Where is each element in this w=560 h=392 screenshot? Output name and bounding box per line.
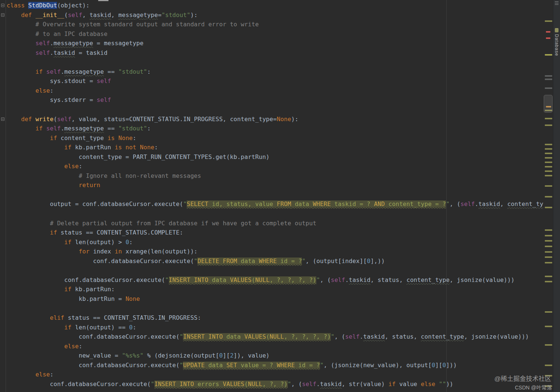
code-line[interactable]: output = conf.databaseCursor.execute("SE…	[7, 199, 553, 209]
code-line[interactable]: sys.stdout = self	[7, 76, 553, 86]
code-line[interactable]: class StdDbOut(object):	[7, 1, 553, 10]
database-tool-label: Database	[554, 34, 559, 56]
stripe-mark[interactable]	[545, 79, 552, 80]
code-line[interactable]: if kb.partRun:	[7, 285, 553, 294]
editor-gutter[interactable]	[0, 0, 6, 392]
code-line[interactable]: # Ignore all non-relevant messages	[7, 171, 553, 181]
code-line[interactable]: elif status == CONTENT_STATUS.IN_PROGRES…	[7, 313, 553, 323]
code-line[interactable]: if len(output) == 0:	[7, 323, 553, 332]
database-tool-button[interactable]: Database	[553, 28, 560, 56]
code-token: "	[151, 381, 154, 388]
code-line[interactable]: content_type = PART_RUN_CONTENT_TYPES.ge…	[7, 152, 553, 162]
code-token: conf.databaseCursor.execute(	[64, 276, 165, 283]
stripe-mark[interactable]	[545, 170, 552, 172]
stripe-mark[interactable]	[546, 37, 550, 39]
code-token: (	[64, 11, 68, 19]
error-stripe-scrollbar[interactable]	[544, 0, 553, 392]
menu-icon[interactable]	[555, 1, 559, 5]
code-line[interactable]: kb.partRun = None	[7, 294, 553, 304]
stripe-mark[interactable]	[545, 75, 552, 77]
code-line[interactable]: for index in xrange(len(output)):	[7, 247, 553, 256]
stripe-mark[interactable]	[545, 118, 552, 119]
stripe-mark[interactable]	[545, 262, 552, 263]
code-line[interactable]: if len(output) > 0:	[7, 237, 553, 247]
code-line[interactable]: else:	[7, 86, 553, 96]
code-line[interactable]: new_value = "%s%s" % (dejsonize(output[0…	[7, 351, 553, 361]
stripe-mark[interactable]	[545, 144, 552, 145]
code-line[interactable]: conf.databaseCursor.execute("DELETE FROM…	[7, 256, 553, 266]
code-line[interactable]: conf.databaseCursor.execute("INSERT INTO…	[7, 275, 553, 285]
stripe-mark[interactable]	[545, 326, 552, 327]
stripe-mark[interactable]	[545, 207, 552, 208]
stripe-mark[interactable]	[545, 87, 552, 89]
code-line[interactable]: if kb.partRun is not None:	[7, 143, 553, 152]
stripe-mark[interactable]	[545, 185, 552, 187]
code-line[interactable]: def write(self, value, status=CONTENT_ST…	[7, 114, 553, 124]
stripe-mark[interactable]	[546, 31, 550, 33]
code-line[interactable]: conf.databaseCursor.execute("UPDATE data…	[7, 361, 553, 370]
stripe-mark[interactable]	[545, 153, 552, 154]
stripe-mark[interactable]	[545, 251, 552, 253]
code-area[interactable]: class StdDbOut(object): def __init__(sel…	[0, 0, 553, 392]
code-token: VALUES	[244, 333, 266, 340]
stripe-mark[interactable]	[545, 311, 552, 313]
code-line[interactable]	[7, 190, 553, 200]
code-token: , ?, ?, ?, ?)	[284, 333, 331, 340]
code-token: ][	[435, 362, 442, 369]
stripe-mark[interactable]	[545, 256, 552, 258]
code-line[interactable]: if self.messagetype == "stdout":	[7, 67, 553, 77]
code-token: :	[129, 239, 133, 246]
stripe-mark[interactable]	[545, 235, 552, 236]
code-line[interactable]: if content_type is None:	[7, 133, 553, 143]
code-token: data	[237, 258, 259, 265]
code-token: FROM	[223, 258, 237, 265]
fold-marker-icon[interactable]	[1, 13, 4, 17]
code-line[interactable]: # Overwrite system standard output and s…	[7, 20, 553, 29]
fold-marker-icon[interactable]	[1, 117, 4, 121]
stripe-mark[interactable]	[545, 276, 552, 277]
code-line[interactable]: if self.messagetype == "stdout":	[7, 124, 553, 133]
code-line[interactable]: if status == CONTENT_STATUS.COMPLETE:	[7, 228, 553, 237]
stripe-mark[interactable]	[545, 240, 552, 242]
code-line[interactable]	[7, 266, 553, 275]
code-line[interactable]: else:	[7, 370, 553, 379]
code-token: NULL	[248, 381, 263, 388]
stripe-mark[interactable]	[545, 148, 552, 150]
stripe-mark[interactable]	[545, 246, 552, 247]
stripe-mark[interactable]	[545, 196, 552, 197]
code-line[interactable]: conf.databaseCursor.execute("INSERT INTO…	[7, 379, 553, 389]
scrollbar-thumb[interactable]	[544, 95, 553, 113]
stripe-mark[interactable]	[545, 365, 552, 366]
code-line[interactable]: return	[7, 180, 553, 190]
stripe-mark[interactable]	[545, 124, 552, 126]
stripe-mark[interactable]	[545, 229, 552, 231]
stripe-mark[interactable]	[545, 281, 552, 282]
code-token: :	[79, 163, 82, 170]
code-line[interactable]: # to an IPC database	[7, 29, 553, 39]
stripe-mark[interactable]	[545, 20, 552, 22]
code-line[interactable]	[7, 105, 553, 114]
code-line[interactable]: else:	[7, 162, 553, 171]
code-line[interactable]: conf.databaseCursor.execute("INSERT INTO…	[7, 332, 553, 342]
code-token: , status,	[370, 276, 406, 283]
code-line[interactable]: self.messagetype = messagetype	[7, 39, 553, 48]
stripe-mark[interactable]	[545, 175, 552, 176]
stripe-mark[interactable]	[545, 166, 552, 167]
code-line[interactable]: sys.stderr = self	[7, 95, 553, 105]
code-token: , (	[334, 333, 345, 340]
code-token: "	[165, 276, 169, 283]
stripe-mark[interactable]	[545, 344, 552, 346]
stripe-mark[interactable]	[545, 157, 552, 159]
code-line[interactable]: def __init__(self, taskid, messagetype="…	[7, 10, 553, 20]
code-token: ][	[223, 352, 230, 359]
stripe-mark[interactable]	[545, 162, 552, 163]
code-line[interactable]	[7, 304, 553, 313]
code-line[interactable]: else:	[7, 342, 553, 351]
code-line[interactable]	[7, 57, 553, 67]
code-token: :	[147, 125, 151, 132]
fold-marker-icon[interactable]	[1, 4, 4, 7]
stripe-mark[interactable]	[545, 54, 552, 56]
code-line[interactable]	[7, 209, 553, 219]
code-line[interactable]: # Delete partial output from IPC databas…	[7, 219, 553, 228]
code-line[interactable]: self.taskid = taskid	[7, 48, 553, 58]
